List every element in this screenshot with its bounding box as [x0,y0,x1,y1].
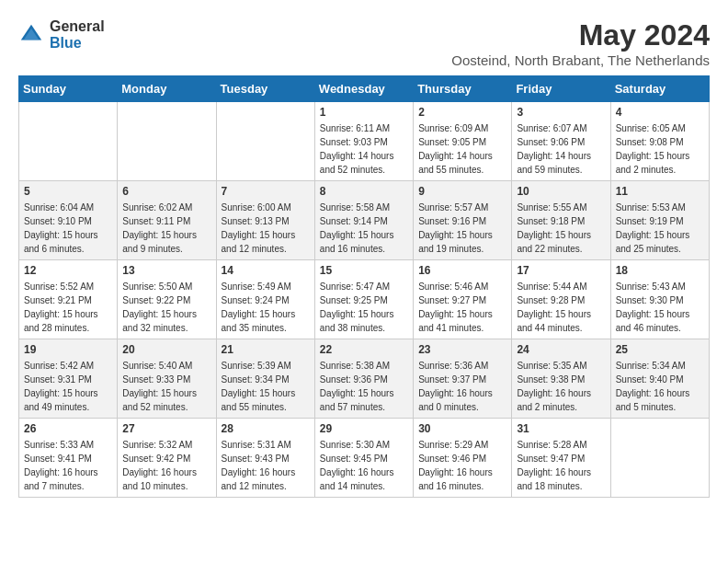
day-number: 13 [122,264,210,277]
calendar-header-tuesday: Tuesday [216,76,314,102]
calendar-cell: 27Sunrise: 5:32 AMSunset: 9:42 PMDayligh… [118,419,216,498]
daylight-text: Daylight: 15 hours and 12 minutes. [222,230,296,254]
calendar-week-5: 26Sunrise: 5:33 AMSunset: 9:41 PMDayligh… [19,419,710,498]
daylight-text: Daylight: 16 hours and 14 minutes. [320,467,394,491]
calendar-header-sunday: Sunday [19,76,118,102]
sunset-text: Sunset: 9:27 PM [418,295,486,305]
calendar-cell: 22Sunrise: 5:38 AMSunset: 9:36 PMDayligh… [314,339,413,419]
calendar-cell: 4Sunrise: 6:05 AMSunset: 9:08 PMDaylight… [610,102,709,181]
day-info: Sunrise: 5:44 AMSunset: 9:28 PMDaylight:… [517,280,605,335]
daylight-text: Daylight: 15 hours and 32 minutes. [122,309,197,333]
sunset-text: Sunset: 9:28 PM [517,295,585,305]
calendar-cell: 13Sunrise: 5:50 AMSunset: 9:22 PMDayligh… [118,260,216,339]
daylight-text: Daylight: 15 hours and 16 minutes. [320,230,394,254]
day-number: 14 [222,264,310,277]
calendar-cell: 28Sunrise: 5:31 AMSunset: 9:43 PMDayligh… [216,419,314,498]
calendar-week-3: 12Sunrise: 5:52 AMSunset: 9:21 PMDayligh… [19,260,710,339]
sunset-text: Sunset: 9:08 PM [616,137,684,147]
sunrise-text: Sunrise: 5:50 AM [122,282,192,292]
day-info: Sunrise: 5:57 AMSunset: 9:16 PMDaylight:… [418,201,506,256]
daylight-text: Daylight: 16 hours and 12 minutes. [222,467,296,491]
calendar-cell: 31Sunrise: 5:28 AMSunset: 9:47 PMDayligh… [512,419,610,498]
day-info: Sunrise: 5:34 AMSunset: 9:40 PMDaylight:… [616,359,704,414]
sunrise-text: Sunrise: 5:29 AM [418,440,488,450]
daylight-text: Daylight: 15 hours and 57 minutes. [320,388,394,412]
sunset-text: Sunset: 9:40 PM [616,374,684,385]
daylight-text: Daylight: 15 hours and 38 minutes. [320,309,394,333]
sunset-text: Sunset: 9:10 PM [24,216,92,226]
daylight-text: Daylight: 15 hours and 35 minutes. [222,309,296,333]
day-number: 18 [616,264,704,277]
sunset-text: Sunset: 9:33 PM [122,374,190,385]
sunrise-text: Sunrise: 5:53 AM [616,202,686,213]
sunrise-text: Sunrise: 5:58 AM [320,202,390,213]
sunrise-text: Sunrise: 6:11 AM [320,123,390,133]
daylight-text: Daylight: 14 hours and 55 minutes. [418,151,493,175]
day-info: Sunrise: 5:47 AMSunset: 9:25 PMDaylight:… [320,280,408,335]
day-number: 9 [418,185,506,198]
day-number: 11 [616,185,704,198]
month-year: May 2024 [451,18,710,52]
sunrise-text: Sunrise: 5:44 AM [517,282,586,292]
day-info: Sunrise: 6:04 AMSunset: 9:10 PMDaylight:… [24,201,112,256]
day-info: Sunrise: 5:28 AMSunset: 9:47 PMDaylight:… [517,438,605,493]
sunset-text: Sunset: 9:06 PM [517,137,585,147]
sunrise-text: Sunrise: 5:36 AM [418,361,488,371]
logo-text: General Blue [50,18,105,51]
daylight-text: Daylight: 14 hours and 59 minutes. [517,151,591,175]
calendar-cell: 14Sunrise: 5:49 AMSunset: 9:24 PMDayligh… [216,260,314,339]
calendar-week-2: 5Sunrise: 6:04 AMSunset: 9:10 PMDaylight… [19,181,710,260]
day-info: Sunrise: 5:46 AMSunset: 9:27 PMDaylight:… [418,280,506,335]
day-info: Sunrise: 5:55 AMSunset: 9:18 PMDaylight:… [517,201,605,256]
sunset-text: Sunset: 9:22 PM [122,295,190,305]
day-info: Sunrise: 5:39 AMSunset: 9:34 PMDaylight:… [222,359,310,414]
day-info: Sunrise: 5:40 AMSunset: 9:33 PMDaylight:… [122,359,210,414]
day-info: Sunrise: 6:09 AMSunset: 9:05 PMDaylight:… [418,121,506,177]
calendar-cell [610,419,709,498]
day-number: 17 [517,264,605,277]
sunrise-text: Sunrise: 5:55 AM [517,202,586,213]
sunrise-text: Sunrise: 5:31 AM [222,440,291,450]
sunset-text: Sunset: 9:24 PM [222,295,290,305]
calendar-header-wednesday: Wednesday [314,76,413,102]
sunset-text: Sunset: 9:42 PM [122,454,190,464]
day-number: 5 [24,185,112,198]
sunset-text: Sunset: 9:14 PM [320,216,388,226]
calendar-week-4: 19Sunrise: 5:42 AMSunset: 9:31 PMDayligh… [19,339,710,419]
day-number: 3 [517,106,605,119]
day-number: 25 [616,343,704,356]
sunrise-text: Sunrise: 6:07 AM [517,123,586,133]
calendar-header-friday: Friday [512,76,610,102]
day-number: 26 [24,422,112,435]
day-number: 22 [320,343,408,356]
day-info: Sunrise: 5:38 AMSunset: 9:36 PMDaylight:… [320,359,408,414]
daylight-text: Daylight: 15 hours and 22 minutes. [517,230,591,254]
sunset-text: Sunset: 9:19 PM [616,216,684,226]
calendar-header-saturday: Saturday [610,76,709,102]
sunset-text: Sunset: 9:45 PM [320,454,388,464]
calendar-cell: 15Sunrise: 5:47 AMSunset: 9:25 PMDayligh… [314,260,413,339]
day-number: 24 [517,343,605,356]
day-number: 7 [222,185,310,198]
daylight-text: Daylight: 16 hours and 18 minutes. [517,467,591,491]
day-info: Sunrise: 5:58 AMSunset: 9:14 PMDaylight:… [320,201,408,256]
daylight-text: Daylight: 15 hours and 25 minutes. [616,230,690,254]
sunset-text: Sunset: 9:21 PM [24,295,92,305]
sunrise-text: Sunrise: 5:33 AM [24,440,94,450]
daylight-text: Daylight: 15 hours and 2 minutes. [616,151,690,175]
daylight-text: Daylight: 16 hours and 0 minutes. [418,388,493,412]
sunrise-text: Sunrise: 5:52 AM [24,282,94,292]
day-info: Sunrise: 5:36 AMSunset: 9:37 PMDaylight:… [418,359,506,414]
calendar-cell: 26Sunrise: 5:33 AMSunset: 9:41 PMDayligh… [19,419,118,498]
daylight-text: Daylight: 15 hours and 49 minutes. [24,388,98,412]
day-number: 15 [320,264,408,277]
sunrise-text: Sunrise: 6:04 AM [24,202,94,213]
calendar-cell: 20Sunrise: 5:40 AMSunset: 9:33 PMDayligh… [118,339,216,419]
day-info: Sunrise: 5:35 AMSunset: 9:38 PMDaylight:… [517,359,605,414]
calendar-cell [216,102,314,181]
calendar-cell: 7Sunrise: 6:00 AMSunset: 9:13 PMDaylight… [216,181,314,260]
sunrise-text: Sunrise: 6:09 AM [418,123,488,133]
sunset-text: Sunset: 9:30 PM [616,295,684,305]
calendar-cell: 19Sunrise: 5:42 AMSunset: 9:31 PMDayligh… [19,339,118,419]
daylight-text: Daylight: 16 hours and 2 minutes. [517,388,591,412]
